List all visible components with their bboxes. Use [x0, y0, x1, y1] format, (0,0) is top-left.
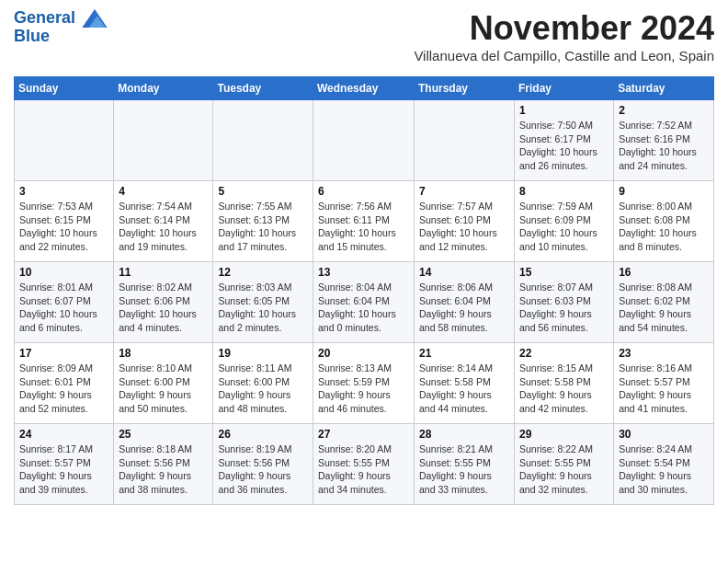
day-info: Sunrise: 8:07 AM Sunset: 6:03 PM Dayligh… [519, 281, 609, 335]
calendar-cell: 10Sunrise: 8:01 AM Sunset: 6:07 PM Dayli… [15, 262, 114, 343]
day-number: 22 [519, 347, 609, 360]
logo-line2: Blue [14, 28, 108, 46]
day-header-saturday: Saturday [614, 77, 714, 100]
calendar-cell [114, 100, 213, 181]
calendar-cell: 17Sunrise: 8:09 AM Sunset: 6:01 PM Dayli… [15, 343, 114, 424]
day-info: Sunrise: 8:08 AM Sunset: 6:02 PM Dayligh… [619, 281, 709, 335]
day-number: 21 [419, 347, 509, 360]
calendar-cell: 12Sunrise: 8:03 AM Sunset: 6:05 PM Dayli… [213, 262, 313, 343]
day-info: Sunrise: 8:20 AM Sunset: 5:55 PM Dayligh… [318, 442, 409, 497]
calendar-cell: 22Sunrise: 8:15 AM Sunset: 5:58 PM Dayli… [515, 343, 614, 424]
day-number: 18 [119, 347, 208, 360]
day-info: Sunrise: 7:55 AM Sunset: 6:13 PM Dayligh… [218, 200, 308, 254]
day-info: Sunrise: 8:03 AM Sunset: 6:05 PM Dayligh… [218, 281, 308, 335]
calendar-cell: 19Sunrise: 8:11 AM Sunset: 6:00 PM Dayli… [213, 343, 313, 424]
day-number: 1 [519, 104, 609, 117]
calendar-cell: 7Sunrise: 7:57 AM Sunset: 6:10 PM Daylig… [415, 181, 515, 262]
calendar-cell [213, 100, 313, 181]
day-number: 25 [119, 428, 208, 441]
calendar-cell: 4Sunrise: 7:54 AM Sunset: 6:14 PM Daylig… [114, 181, 213, 262]
calendar-cell: 23Sunrise: 8:16 AM Sunset: 5:57 PM Dayli… [614, 343, 714, 424]
day-info: Sunrise: 7:53 AM Sunset: 6:15 PM Dayligh… [19, 200, 108, 254]
day-number: 16 [619, 266, 709, 279]
day-info: Sunrise: 7:52 AM Sunset: 6:16 PM Dayligh… [619, 119, 709, 173]
calendar-cell: 5Sunrise: 7:55 AM Sunset: 6:13 PM Daylig… [213, 181, 313, 262]
calendar-cell [415, 100, 515, 181]
day-number: 4 [119, 185, 208, 198]
logo-line1: General [14, 9, 108, 28]
day-number: 10 [19, 266, 108, 279]
calendar-cell: 26Sunrise: 8:19 AM Sunset: 5:56 PM Dayli… [213, 424, 313, 505]
day-number: 19 [218, 347, 308, 360]
day-number: 17 [19, 347, 108, 360]
day-info: Sunrise: 8:18 AM Sunset: 5:56 PM Dayligh… [119, 442, 208, 497]
calendar-cell: 1Sunrise: 7:50 AM Sunset: 6:17 PM Daylig… [515, 100, 614, 181]
day-header-sunday: Sunday [15, 77, 114, 100]
day-number: 13 [318, 266, 409, 279]
day-number: 6 [318, 185, 409, 198]
day-number: 29 [519, 428, 609, 441]
calendar-cell: 27Sunrise: 8:20 AM Sunset: 5:55 PM Dayli… [313, 424, 415, 505]
day-header-friday: Friday [515, 77, 614, 100]
location-subtitle: Villanueva del Campillo, Castille and Le… [414, 48, 714, 63]
day-number: 12 [218, 266, 308, 279]
day-info: Sunrise: 8:21 AM Sunset: 5:55 PM Dayligh… [419, 442, 509, 497]
calendar-cell: 29Sunrise: 8:22 AM Sunset: 5:55 PM Dayli… [515, 424, 614, 505]
day-number: 27 [318, 428, 409, 441]
logo: General Blue [14, 9, 108, 46]
calendar-cell: 20Sunrise: 8:13 AM Sunset: 5:59 PM Dayli… [313, 343, 415, 424]
day-number: 9 [619, 185, 709, 198]
day-info: Sunrise: 7:57 AM Sunset: 6:10 PM Dayligh… [419, 200, 509, 254]
day-info: Sunrise: 8:04 AM Sunset: 6:04 PM Dayligh… [318, 281, 409, 335]
calendar-cell: 28Sunrise: 8:21 AM Sunset: 5:55 PM Dayli… [415, 424, 515, 505]
calendar-cell: 15Sunrise: 8:07 AM Sunset: 6:03 PM Dayli… [515, 262, 614, 343]
day-info: Sunrise: 7:50 AM Sunset: 6:17 PM Dayligh… [519, 119, 609, 173]
calendar-cell: 3Sunrise: 7:53 AM Sunset: 6:15 PM Daylig… [15, 181, 114, 262]
day-number: 23 [619, 347, 709, 360]
calendar-cell: 18Sunrise: 8:10 AM Sunset: 6:00 PM Dayli… [114, 343, 213, 424]
day-info: Sunrise: 8:24 AM Sunset: 5:54 PM Dayligh… [619, 442, 709, 497]
calendar-cell: 9Sunrise: 8:00 AM Sunset: 6:08 PM Daylig… [614, 181, 714, 262]
day-info: Sunrise: 8:22 AM Sunset: 5:55 PM Dayligh… [519, 442, 609, 497]
day-number: 8 [519, 185, 609, 198]
day-header-wednesday: Wednesday [313, 77, 415, 100]
calendar-cell: 21Sunrise: 8:14 AM Sunset: 5:58 PM Dayli… [415, 343, 515, 424]
day-info: Sunrise: 8:01 AM Sunset: 6:07 PM Dayligh… [19, 281, 108, 335]
day-header-monday: Monday [114, 77, 213, 100]
calendar-cell: 14Sunrise: 8:06 AM Sunset: 6:04 PM Dayli… [415, 262, 515, 343]
day-info: Sunrise: 8:06 AM Sunset: 6:04 PM Dayligh… [419, 281, 509, 335]
day-info: Sunrise: 8:17 AM Sunset: 5:57 PM Dayligh… [19, 442, 108, 497]
day-info: Sunrise: 8:15 AM Sunset: 5:58 PM Dayligh… [519, 362, 609, 416]
calendar-cell: 8Sunrise: 7:59 AM Sunset: 6:09 PM Daylig… [515, 181, 614, 262]
day-number: 15 [519, 266, 609, 279]
day-info: Sunrise: 8:02 AM Sunset: 6:06 PM Dayligh… [119, 281, 208, 335]
calendar-table: SundayMondayTuesdayWednesdayThursdayFrid… [14, 76, 714, 505]
day-info: Sunrise: 8:13 AM Sunset: 5:59 PM Dayligh… [318, 362, 409, 416]
day-info: Sunrise: 7:54 AM Sunset: 6:14 PM Dayligh… [119, 200, 208, 254]
day-number: 5 [218, 185, 308, 198]
calendar-cell: 25Sunrise: 8:18 AM Sunset: 5:56 PM Dayli… [114, 424, 213, 505]
day-info: Sunrise: 8:16 AM Sunset: 5:57 PM Dayligh… [619, 362, 709, 416]
day-number: 20 [318, 347, 409, 360]
day-number: 26 [218, 428, 308, 441]
day-info: Sunrise: 8:14 AM Sunset: 5:58 PM Dayligh… [419, 362, 509, 416]
day-number: 14 [419, 266, 509, 279]
calendar-cell: 13Sunrise: 8:04 AM Sunset: 6:04 PM Dayli… [313, 262, 415, 343]
calendar-cell [313, 100, 415, 181]
day-header-tuesday: Tuesday [213, 77, 313, 100]
day-info: Sunrise: 8:00 AM Sunset: 6:08 PM Dayligh… [619, 200, 709, 254]
calendar-cell: 24Sunrise: 8:17 AM Sunset: 5:57 PM Dayli… [15, 424, 114, 505]
calendar-cell: 16Sunrise: 8:08 AM Sunset: 6:02 PM Dayli… [614, 262, 714, 343]
calendar-cell: 6Sunrise: 7:56 AM Sunset: 6:11 PM Daylig… [313, 181, 415, 262]
day-number: 11 [119, 266, 208, 279]
calendar-cell: 30Sunrise: 8:24 AM Sunset: 5:54 PM Dayli… [614, 424, 714, 505]
day-info: Sunrise: 8:19 AM Sunset: 5:56 PM Dayligh… [218, 442, 308, 497]
day-number: 3 [19, 185, 108, 198]
day-info: Sunrise: 8:10 AM Sunset: 6:00 PM Dayligh… [119, 362, 208, 416]
day-number: 30 [619, 428, 709, 441]
calendar-cell: 11Sunrise: 8:02 AM Sunset: 6:06 PM Dayli… [114, 262, 213, 343]
calendar-cell [15, 100, 114, 181]
day-number: 28 [419, 428, 509, 441]
calendar-cell: 2Sunrise: 7:52 AM Sunset: 6:16 PM Daylig… [614, 100, 714, 181]
day-number: 24 [19, 428, 108, 441]
